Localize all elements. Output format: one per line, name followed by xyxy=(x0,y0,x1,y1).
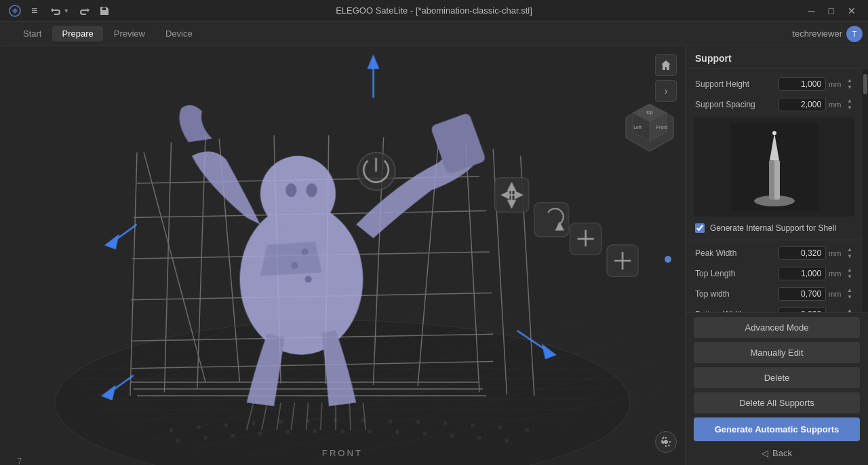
support-spacing-down[interactable]: ▼ xyxy=(846,105,853,111)
advanced-mode-button[interactable]: Advanced Mode xyxy=(694,317,860,338)
support-height-value-group: mm ▲ ▼ xyxy=(778,77,853,91)
maximize-button[interactable]: □ xyxy=(825,4,838,18)
minimize-button[interactable]: ─ xyxy=(804,4,819,18)
top-length-input[interactable] xyxy=(778,267,826,280)
bottom-width-label: Bottom Width xyxy=(695,310,744,312)
svg-text:Left: Left xyxy=(633,125,642,130)
top-width-down[interactable]: ▼ xyxy=(846,294,853,301)
support-spacing-spinner[interactable]: ▲ ▼ xyxy=(846,98,853,111)
user-info: techreviewer T xyxy=(792,26,863,42)
username: techreviewer xyxy=(792,29,842,39)
svg-point-124 xyxy=(665,441,667,443)
peak-width-down[interactable]: ▼ xyxy=(846,253,853,260)
svg-point-129 xyxy=(772,131,776,135)
support-spacing-up[interactable]: ▲ xyxy=(846,98,853,105)
hamburger-button[interactable]: ≡ xyxy=(27,2,41,20)
scroll-indicator xyxy=(665,256,671,263)
svg-point-30 xyxy=(279,420,283,424)
svg-point-52 xyxy=(505,439,509,443)
user-avatar: T xyxy=(846,26,863,42)
top-length-value-group: mm ▲ ▼ xyxy=(778,267,853,280)
support-height-unit: mm xyxy=(829,80,842,88)
generate-automatic-supports-button[interactable]: Generate Automatic Supports xyxy=(694,417,860,441)
internal-support-checkbox[interactable] xyxy=(695,223,705,233)
peak-width-unit: mm xyxy=(829,249,842,257)
field-row-top-width: Top width mm ▲ ▼ xyxy=(686,284,863,304)
support-height-down[interactable]: ▼ xyxy=(846,84,853,91)
panel-title: Support xyxy=(686,46,868,69)
panel-scrollbar[interactable] xyxy=(863,69,868,312)
tab-preview[interactable]: Preview xyxy=(104,26,155,41)
close-button[interactable]: ✕ xyxy=(844,4,860,18)
svg-point-79 xyxy=(304,276,311,282)
tab-prepare[interactable]: Prepare xyxy=(52,26,102,41)
scrollbar-thumb[interactable] xyxy=(863,74,867,94)
svg-point-46 xyxy=(340,430,344,434)
nav-tabs: Start Prepare Preview Device xyxy=(14,26,202,41)
support-height-up[interactable]: ▲ xyxy=(846,77,853,84)
bottom-width-up[interactable]: ▲ xyxy=(846,308,853,312)
svg-point-38 xyxy=(498,426,502,430)
settings-button[interactable] xyxy=(655,431,677,453)
svg-point-43 xyxy=(258,432,262,436)
field-row-top-length: Top Length mm ▲ ▼ xyxy=(686,263,863,284)
back-button[interactable]: ◁ Back xyxy=(694,445,860,461)
bottom-width-value-group: mm ▲ ▼ xyxy=(778,308,853,312)
svg-text:7: 7 xyxy=(17,456,22,465)
field-row-support-spacing: Support Spacing mm ▲ ▼ xyxy=(686,94,863,115)
viewport[interactable]: FRONT 7 › xyxy=(0,46,685,465)
top-length-label: Top Length xyxy=(695,269,735,278)
svg-text:Front: Front xyxy=(656,125,667,130)
svg-point-26 xyxy=(169,428,173,432)
support-spacing-label: Support Spacing xyxy=(695,100,755,109)
svg-point-41 xyxy=(203,436,208,440)
right-panel: Support Support Height mm ▲ ▼ xyxy=(685,46,868,465)
nav-cube[interactable]: top Left Front xyxy=(623,100,677,155)
svg-point-49 xyxy=(422,432,427,436)
manually-edit-button[interactable]: Manually Edit xyxy=(694,342,860,363)
panel-scroll[interactable]: Support Height mm ▲ ▼ Support Spacing xyxy=(686,69,863,312)
svg-text:FRONT: FRONT xyxy=(322,448,363,458)
delete-button[interactable]: Delete xyxy=(694,367,860,388)
view-home-button[interactable] xyxy=(655,54,677,76)
peak-width-label: Peak Width xyxy=(695,248,736,258)
peak-width-up[interactable]: ▲ xyxy=(846,246,853,253)
undo-button[interactable]: ▼ xyxy=(47,3,73,19)
tab-device[interactable]: Device xyxy=(156,26,202,41)
app-logo xyxy=(8,4,22,18)
top-width-up[interactable]: ▲ xyxy=(846,287,853,294)
svg-point-50 xyxy=(450,434,454,438)
svg-point-36 xyxy=(443,421,447,425)
support-height-spinner[interactable]: ▲ ▼ xyxy=(846,77,853,91)
top-length-spinner[interactable]: ▲ ▼ xyxy=(846,267,853,280)
bottom-width-spinner[interactable]: ▲ ▼ xyxy=(846,308,853,312)
tab-start[interactable]: Start xyxy=(14,26,51,41)
top-length-up[interactable]: ▲ xyxy=(846,267,853,274)
support-preview xyxy=(694,117,854,217)
peak-width-spinner[interactable]: ▲ ▼ xyxy=(846,246,853,260)
view-expand-button[interactable]: › xyxy=(655,80,677,102)
delete-all-supports-button[interactable]: Delete All Supports xyxy=(694,392,860,413)
svg-point-51 xyxy=(477,436,481,440)
support-spacing-input[interactable] xyxy=(778,98,826,111)
redo-button[interactable] xyxy=(75,3,94,19)
svg-point-44 xyxy=(285,430,290,434)
svg-point-45 xyxy=(313,430,317,434)
support-height-input[interactable] xyxy=(778,77,826,91)
window-title: ELEGOO SateLite - [*abomination-classic-… xyxy=(336,5,532,16)
top-width-input[interactable] xyxy=(778,287,826,301)
svg-point-35 xyxy=(416,420,420,424)
svg-point-48 xyxy=(395,430,399,434)
peak-width-input[interactable] xyxy=(778,246,826,260)
bottom-width-input[interactable] xyxy=(778,308,826,312)
top-length-down[interactable]: ▼ xyxy=(846,274,853,280)
top-width-spinner[interactable]: ▲ ▼ xyxy=(846,287,853,301)
save-button[interactable] xyxy=(95,3,114,19)
svg-point-29 xyxy=(252,421,256,425)
svg-point-80 xyxy=(285,183,296,197)
title-bar: ≡ ▼ ELEGOO SateLite - [*abomination-clas… xyxy=(0,0,868,22)
top-width-unit: mm xyxy=(829,290,842,298)
bottom-width-unit: mm xyxy=(829,310,842,312)
3d-scene: FRONT 7 xyxy=(0,46,685,465)
top-width-label: Top width xyxy=(695,289,730,299)
